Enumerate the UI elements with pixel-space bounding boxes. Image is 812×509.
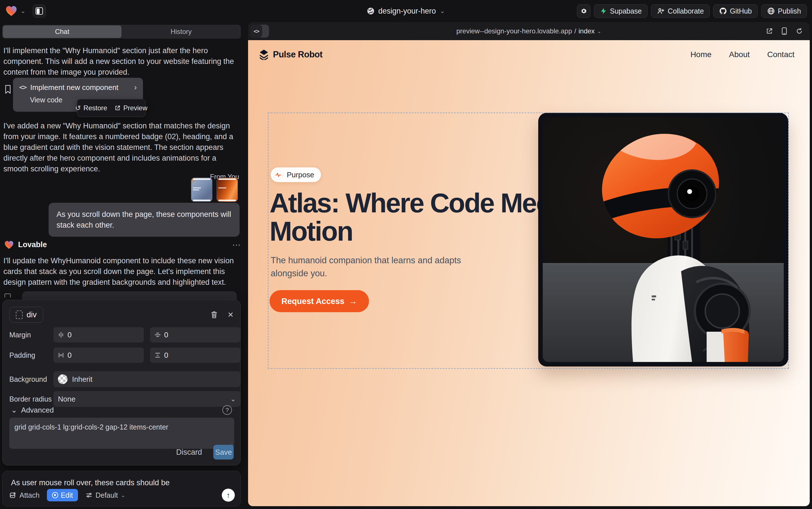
margin-x-input[interactable]: 0 — [53, 327, 144, 342]
hero-heading: Atlas: Where Code Meets Motion — [269, 189, 580, 245]
preview-route: index — [578, 27, 594, 35]
restore-icon: ↺ — [75, 104, 81, 112]
message-options-button[interactable]: ⋯ — [232, 240, 241, 250]
top-bar: ⌄ design-your-hero ⌄ — [0, 0, 812, 22]
site-header: Pulse Robot Home About Contact — [259, 49, 795, 60]
tailwind-classes-textarea[interactable]: grid grid-cols-1 lg:grid-cols-2 gap-12 i… — [9, 418, 234, 449]
chevron-down-icon: ⌄ — [230, 395, 236, 403]
border-radius-select[interactable]: None ⌄ — [53, 391, 241, 407]
collaborate-icon — [657, 7, 665, 15]
assistant-message-3: I'll update the WhyHumanoid component to… — [3, 256, 241, 287]
send-button[interactable]: ↑ — [222, 489, 235, 502]
element-inspector-panel: div ✕ Margin 0 — [2, 300, 241, 466]
sidebar-tabs: Chat History — [2, 25, 241, 38]
assistant-message-2: I've added a new "Why Humanoid" section … — [3, 121, 243, 174]
delete-element-button[interactable] — [211, 310, 218, 319]
external-link-icon — [114, 105, 121, 111]
assistant-header: Lovable ⋯ — [4, 240, 241, 250]
open-in-new-tab-button[interactable] — [766, 27, 773, 35]
assistant-name: Lovable — [18, 240, 47, 249]
element-outline-icon — [16, 310, 23, 319]
element-tag: div — [27, 310, 37, 319]
sliders-icon — [85, 491, 93, 499]
supabase-button[interactable]: Supabase — [594, 4, 648, 18]
preview-button[interactable]: Preview — [114, 104, 147, 112]
bookmark-icon[interactable] — [4, 85, 11, 94]
site-brand[interactable]: Pulse Robot — [259, 49, 322, 60]
padding-label: Padding — [9, 351, 53, 360]
publish-globe-icon — [767, 7, 775, 15]
purpose-badge: Purpose — [271, 167, 321, 182]
margin-x-icon — [58, 332, 64, 338]
mobile-view-button[interactable] — [781, 27, 788, 35]
preview-url-bar[interactable]: preview--design-your-hero.lovable.app / … — [248, 22, 810, 40]
chevron-down-icon: ⌄ — [121, 492, 125, 499]
advanced-chevron-icon[interactable]: ⌄ — [11, 406, 17, 414]
gear-icon — [580, 7, 588, 15]
close-inspector-button[interactable]: ✕ — [227, 310, 234, 319]
help-icon[interactable]: ? — [222, 405, 232, 415]
component-card-title: Implement new component — [30, 83, 118, 92]
nav-home[interactable]: Home — [691, 50, 712, 59]
chevron-right-icon: › — [134, 83, 137, 92]
pulse-robot-logo-icon — [259, 49, 269, 60]
preview-header: <> preview--design-your-hero.lovable.app… — [248, 22, 810, 40]
padding-y-input[interactable]: 0 — [150, 347, 241, 363]
preview-pane: <> preview--design-your-hero.lovable.app… — [248, 22, 810, 506]
attach-image-icon — [9, 491, 17, 499]
transparency-swatch-icon — [58, 374, 68, 384]
hero-subheading: The humanoid companion that learns and a… — [271, 254, 469, 280]
padding-x-icon — [58, 352, 64, 358]
github-button[interactable]: GitHub — [713, 4, 758, 18]
attach-button[interactable]: Attach — [9, 491, 40, 499]
margin-y-input[interactable]: 0 — [150, 327, 241, 342]
model-selector[interactable]: Default ⌄ — [85, 491, 125, 499]
advanced-label[interactable]: Advanced — [21, 406, 54, 414]
composer-input[interactable]: As user mouse roll over, these cards sho… — [11, 478, 170, 487]
project-chevron-icon: ⌄ — [439, 7, 446, 15]
margin-y-icon — [154, 332, 161, 338]
padding-y-icon — [154, 352, 161, 358]
restore-button[interactable]: ↺ Restore — [75, 104, 107, 112]
arrow-right-icon: → — [349, 297, 357, 306]
target-icon — [52, 492, 58, 498]
route-chevron-icon: ⌄ — [597, 28, 601, 34]
attachment-thumbnail-blue[interactable] — [191, 178, 213, 202]
save-button[interactable]: Save — [213, 445, 234, 460]
collaborate-button[interactable]: Collaborate — [651, 4, 710, 18]
assistant-message-1: I'll implement the "Why Humanoid" sectio… — [3, 45, 243, 77]
chat-composer[interactable]: As user mouse roll over, these cards sho… — [2, 471, 241, 506]
supabase-icon — [600, 7, 607, 15]
site-nav: Home About Contact — [691, 50, 795, 59]
settings-button[interactable] — [577, 4, 590, 18]
attachment-thumbnail-orange[interactable] — [216, 178, 238, 202]
bookmark-icon-partial — [4, 294, 11, 298]
tab-chat[interactable]: Chat — [3, 26, 121, 38]
hero-robot-card — [538, 113, 788, 367]
message-hover-toolbar: ↺ Restore Preview — [77, 99, 146, 117]
background-field[interactable]: Inherit — [53, 371, 241, 387]
preview-url: preview--design-your-hero.lovable.app — [456, 27, 572, 35]
padding-x-input[interactable]: 0 — [53, 347, 144, 363]
selected-element-chip[interactable]: div — [9, 307, 43, 323]
project-name: design-your-hero — [378, 7, 436, 15]
lovable-app-window: ⌄ design-your-hero ⌄ — [0, 0, 812, 509]
publish-button[interactable]: Publish — [761, 4, 807, 18]
nav-about[interactable]: About — [729, 50, 749, 59]
border-radius-label: Border radius — [9, 395, 53, 403]
edit-mode-button[interactable]: Edit — [47, 489, 78, 501]
pulse-icon — [273, 170, 283, 179]
refresh-button[interactable] — [796, 27, 803, 35]
lovable-heart-icon — [4, 241, 13, 249]
code-icon: <> — [19, 83, 26, 91]
request-access-button[interactable]: Request Access → — [269, 290, 369, 312]
site-canvas: Pulse Robot Home About Contact Purpose A… — [248, 40, 810, 506]
tab-history[interactable]: History — [122, 25, 241, 38]
margin-label: Margin — [9, 331, 53, 339]
user-message: As you scroll down the page, these compo… — [48, 203, 239, 237]
discard-button[interactable]: Discard — [176, 448, 202, 457]
nav-contact[interactable]: Contact — [767, 50, 795, 59]
background-label: Background — [9, 375, 53, 383]
robot-image — [543, 117, 784, 362]
globe-icon — [366, 7, 375, 15]
